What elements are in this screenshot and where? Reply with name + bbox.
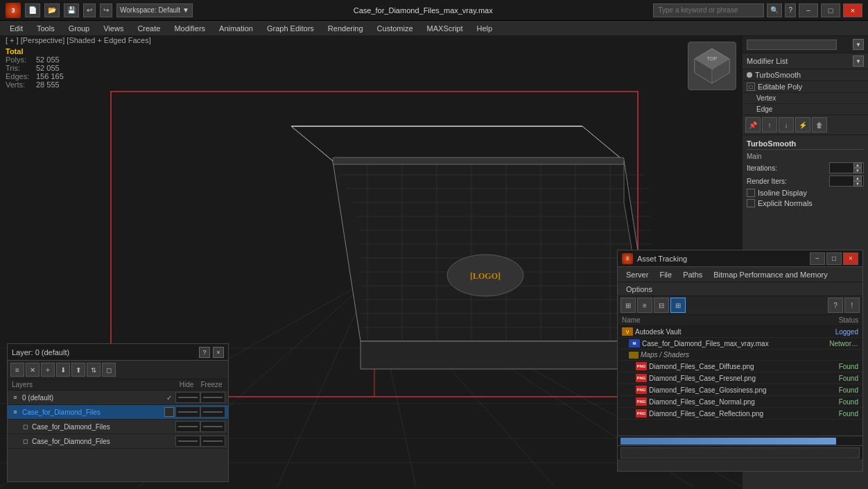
asset-menu-server[interactable]: Server [620,269,654,280]
modifier-list-dropdown[interactable]: ▼ [853,55,864,67]
asset-row-max[interactable]: M Case_for_Diamond_Files_max_vray.max Ne… [618,338,862,350]
modifier-edge[interactable]: Edge [743,104,868,115]
asset-minimize-button[interactable]: − [810,252,825,265]
menu-group[interactable]: Group [62,21,97,36]
layer-tb-select-all[interactable]: ◻ [102,363,116,377]
asset-tb-list[interactable]: ≡ [637,298,652,313]
layer-hide-case[interactable] [175,406,200,418]
asset-row-normal[interactable]: PNG Diamond_Files_Case_Normal.png Found [618,396,862,408]
layer-tb-merge-all[interactable]: ⇅ [87,363,101,377]
menu-create[interactable]: Create [130,21,167,36]
minimize-button[interactable]: − [799,3,818,17]
iterations-spinner[interactable]: ▲ ▼ [853,162,862,173]
asset-row-maps[interactable]: Maps / Shaders [618,350,862,361]
app-logo: 3 [6,3,21,18]
layer-freeze-default[interactable] [200,392,225,403]
search-button[interactable]: 🔍 [767,3,782,17]
modifier-turbosmooth[interactable]: TurboSmooth [743,69,868,81]
modifier-editable-poly[interactable]: □ Editable Poly [743,81,868,93]
layer-row-case-sub2[interactable]: ◻ Case_for_Diamond_Files [8,434,228,449]
layer-tb-add[interactable]: + [41,363,55,377]
svg-marker-20 [333,161,652,341]
explicit-normals-checkbox[interactable] [747,199,755,207]
asset-tb-grid-large[interactable]: ⊞ [670,298,686,313]
menu-customize[interactable]: Customize [370,21,420,36]
render-iters-spinner[interactable]: ▲ ▼ [853,175,862,187]
help-button[interactable]: ? [785,3,796,17]
rp-move-to-top[interactable]: ↑ [762,117,777,132]
layer-freeze-sub1[interactable] [200,421,225,432]
asset-tb-database[interactable]: ⊞ [620,298,636,313]
close-button[interactable]: × [843,3,862,17]
object-name-input[interactable]: Case_for_Diamond_Files [747,40,837,50]
open-button[interactable]: 📂 [44,3,60,17]
render-iters-value[interactable]: 2 [831,178,852,185]
asset-maximize-button[interactable]: □ [826,252,842,265]
title-bar: 3 📄 📂 💾 ↩ ↪ Workspace: Default ▼ Case_fo… [0,0,868,21]
render-iters-down[interactable]: ▼ [853,181,862,187]
workspace-selector[interactable]: Workspace: Default ▼ [116,3,193,17]
asset-close-button[interactable]: × [843,252,858,265]
menu-modifiers[interactable]: Modifiers [167,21,212,36]
layer-tb-delete[interactable]: ✕ [26,363,40,377]
layer-hide-sub1[interactable] [175,421,200,432]
layer-tb-merge-up[interactable]: ⬆ [71,363,85,377]
maximize-button[interactable]: □ [821,3,840,17]
menu-maxscript[interactable]: MAXScript [420,21,470,36]
save-button[interactable]: 💾 [64,3,79,17]
menu-rendering[interactable]: Rendering [321,21,370,36]
search-input[interactable] [653,3,764,17]
title-bar-left: 3 📄 📂 💾 ↩ ↪ Workspace: Default ▼ [6,3,193,18]
asset-row-glossiness[interactable]: PNG Diamond_Files_Case_Glossiness.png Fo… [618,384,862,396]
undo-button[interactable]: ↩ [83,3,96,17]
menu-help[interactable]: Help [470,21,500,36]
iterations-value[interactable]: 0 [831,164,852,172]
rp-move-to-bottom[interactable]: ↓ [779,117,794,132]
asset-row-reflection[interactable]: PNG Diamond_Files_Case_Reflection.png Fo… [618,408,862,420]
asset-menu-paths[interactable]: Paths [677,269,708,280]
asset-bottom-input-field[interactable] [620,447,860,458]
asset-row-vault[interactable]: V Autodesk Vault Logged [618,326,862,338]
layer-hide-default[interactable] [175,392,200,403]
new-button[interactable]: 📄 [25,3,40,17]
layer-hide-sub2[interactable] [175,436,200,447]
modifier-list-header: Modifier List ▼ [743,53,868,69]
menu-animation[interactable]: Animation [212,21,260,36]
menu-tools[interactable]: Tools [30,21,62,36]
iterations-up[interactable]: ▲ [853,162,862,168]
layer-row-default[interactable]: ≡ 0 (default) ✓ [8,391,228,405]
redo-button[interactable]: ↪ [100,3,112,17]
rp-delete[interactable]: 🗑 [812,117,827,132]
asset-tb-grid-small[interactable]: ⊟ [654,298,669,313]
viewport-label: [ + ] [Perspective] [Shaded + Edged Face… [6,36,151,44]
viewport-cube[interactable]: TOP [688,42,736,90]
modifier-vertex[interactable]: Vertex [743,93,868,104]
layer-tb-merge-down[interactable]: ⬇ [56,363,70,377]
layer-checkbox-case[interactable] [164,407,174,417]
asset-row-diffuse[interactable]: PNG Diamond_Files_Case_Diffuse.png Found [618,361,862,372]
asset-tb-info[interactable]: ! [844,298,860,313]
render-iters-up[interactable]: ▲ [853,175,862,181]
rp-pin-button[interactable]: 📌 [745,117,761,132]
asset-menu-options[interactable]: Options [620,284,658,295]
layer-row-case-sub1[interactable]: ◻ Case_for_Diamond_Files [8,420,228,434]
object-dropdown[interactable]: ▼ [853,39,864,50]
layer-panel-close[interactable]: × [213,347,224,358]
layer-freeze-sub2[interactable] [200,436,225,447]
isoline-checkbox[interactable] [747,189,755,197]
editable-poly-checkbox[interactable]: □ [747,83,755,91]
asset-menu-bitmap[interactable]: Bitmap Performance and Memory [708,269,833,280]
asset-menu-file[interactable]: File [654,269,677,280]
menu-edit[interactable]: Edit [3,21,30,36]
iterations-down[interactable]: ▼ [853,168,862,173]
asset-row-fresnel[interactable]: PNG Diamond_Files_Case_Fresnel.png Found [618,372,862,384]
layer-tb-layers[interactable]: ≡ [10,363,24,377]
png-icon-reflection: PNG [636,409,647,418]
layer-panel-question[interactable]: ? [199,347,210,358]
menu-graph-editors[interactable]: Graph Editors [260,21,321,36]
asset-tb-help[interactable]: ? [828,298,843,313]
layer-freeze-case[interactable] [200,406,225,418]
rp-enable[interactable]: ⚡ [795,117,810,132]
menu-views[interactable]: Views [96,21,130,36]
layer-row-case[interactable]: ≡ Case_for_Diamond_Files [8,405,228,420]
